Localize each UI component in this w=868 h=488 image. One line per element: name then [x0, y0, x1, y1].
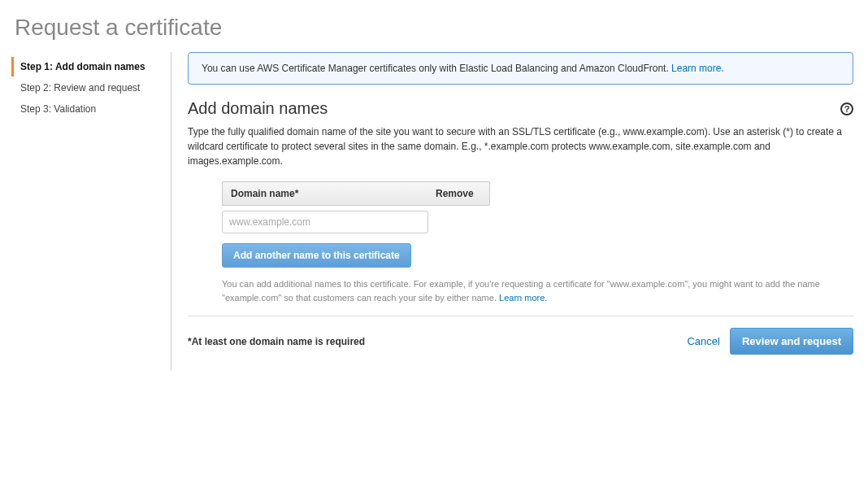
cancel-button[interactable]: Cancel	[687, 335, 719, 347]
review-and-request-button[interactable]: Review and request	[730, 328, 853, 355]
section-title: Add domain names	[188, 99, 328, 118]
helper-text: You can add additional names to this cer…	[222, 277, 853, 304]
section-description: Type the fully qualified domain name of …	[188, 124, 853, 168]
step-1-add-domain-names[interactable]: Step 1: Add domain names	[11, 57, 171, 76]
step-2-review-and-request[interactable]: Step 2: Review and request	[11, 78, 171, 98]
helper-learn-more-link[interactable]: Learn more.	[499, 293, 547, 303]
info-box: You can use AWS Certificate Manager cert…	[188, 52, 853, 85]
column-domain-name: Domain name*	[223, 182, 427, 205]
domain-table-header: Domain name* Remove	[222, 181, 490, 206]
info-box-text: You can use AWS Certificate Manager cert…	[202, 63, 671, 74]
add-another-name-button[interactable]: Add another name to this certificate	[222, 243, 411, 268]
domain-name-input[interactable]	[222, 211, 428, 233]
column-remove: Remove	[427, 182, 489, 205]
divider	[188, 316, 853, 316]
required-note: *At least one domain name is required	[188, 336, 365, 347]
info-learn-more-link[interactable]: Learn more.	[671, 63, 724, 74]
page-title: Request a certificate	[15, 15, 857, 41]
help-icon[interactable]: ?	[840, 102, 853, 115]
wizard-steps-sidebar: Step 1: Add domain names Step 2: Review …	[11, 52, 171, 371]
step-3-validation[interactable]: Step 3: Validation	[11, 99, 171, 119]
